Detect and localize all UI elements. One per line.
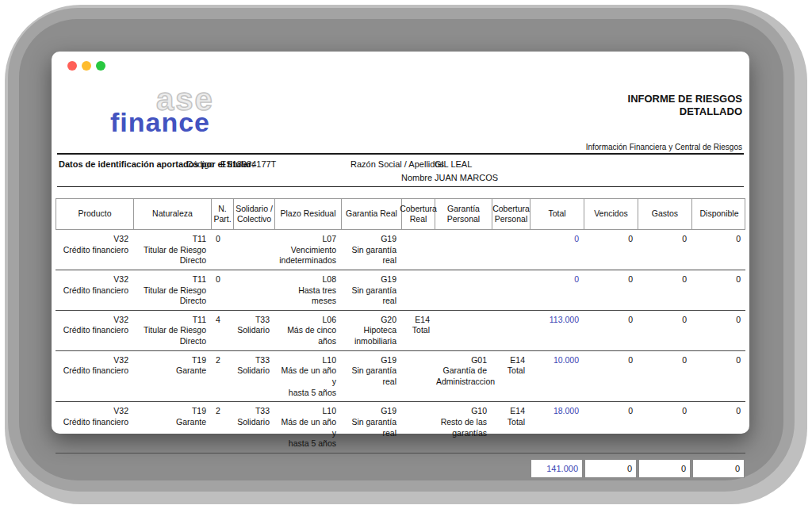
table-cell: T11 Titular de Riesgo Directo [133,230,211,270]
total-box: 0 [584,459,637,478]
minimize-button[interactable] [82,61,91,71]
table-cell: V32 Crédito financiero [56,311,133,350]
table-cell [233,270,274,310]
column-header: Cobertura Real [402,199,435,229]
identification-divider [57,186,744,187]
table-cell: T19 Garante [133,402,211,453]
table-cell: L10 Más de un año y hasta 5 años [274,402,341,453]
table-cell: 0 [691,230,745,270]
table-cell: 0 [638,402,691,453]
table-cell: 0 [691,270,745,310]
table-cell: 2 [211,402,233,453]
table-cell: 0 [584,270,638,310]
report-window: ase finance INFORME DE RIESGOS DETALLADO… [52,52,749,434]
razon-social-label: Razón Social / Apellidos [350,159,444,169]
table-row: V32 Crédito financieroT19 Garante2T33 So… [56,402,745,454]
logo-text-finance: finance [110,107,210,138]
table-cell: L06 Más de cinco años [274,311,341,350]
risk-table-body: V32 Crédito financieroT11 Titular de Rie… [56,230,745,454]
table-cell: 0 [211,230,233,270]
total-box: 0 [638,459,691,478]
table-cell [435,311,492,350]
table-cell: T11 Titular de Riesgo Directo [133,311,211,350]
table-cell: G19 Sin garantía real [341,230,401,270]
table-cell: 0 [584,351,638,402]
table-cell: G19 Sin garantía real [341,270,401,310]
column-header: Solidario / Colectivo [234,199,275,229]
table-cell: T11 Titular de Riesgo Directo [133,270,211,310]
report-title-line1: INFORME DE RIESGOS [628,93,742,105]
table-cell [233,230,274,270]
table-cell: 0 [584,402,638,453]
nombre-label: Nombre [401,173,432,182]
table-cell: 0 [211,270,233,310]
column-header: Garantía Personal [435,199,492,229]
table-cell: E14 Total [492,351,530,402]
table-cell [401,351,435,402]
column-header: Producto [56,199,134,229]
table-row: V32 Crédito financieroT19 Garante2T33 So… [56,351,745,403]
table-cell: 10.000 [530,351,584,402]
ase-finance-logo: ase finance [110,80,301,153]
table-cell [401,230,435,270]
table-cell: 0 [584,230,638,270]
report-document: ase finance INFORME DE RIESGOS DETALLADO… [52,78,749,478]
table-cell: L08 Hasta tres meses [274,270,341,310]
table-cell: V32 Crédito financiero [56,351,133,402]
column-header: N. Part. [212,199,234,229]
table-cell: G10 Resto de las garantías [435,402,492,453]
table-cell: 0 [638,311,691,350]
table-cell: 0 [530,230,584,270]
table-cell: L07 Vencimiento indeterminados [274,230,341,270]
table-cell: E14 Total [492,402,530,453]
total-box: 141.000 [530,459,583,478]
totals-row: 141.000000 [56,459,745,478]
table-cell: 113.000 [530,311,584,350]
table-cell: 2 [211,351,233,402]
table-row: V32 Crédito financieroT11 Titular de Rie… [56,230,745,270]
table-cell [401,270,435,310]
table-cell [435,230,492,270]
table-cell: 0 [638,270,691,310]
codigo-label: Código [186,159,214,169]
table-cell: V32 Crédito financiero [56,402,133,453]
column-header: Total [530,199,584,229]
table-cell: T33 Solidario [233,351,274,402]
table-cell: 0 [638,230,691,270]
table-cell: 18.000 [530,402,584,453]
total-box: 0 [692,459,745,478]
table-cell: L10 Más de un año y hasta 5 años [274,351,341,402]
table-cell [401,402,435,453]
close-button[interactable] [67,61,77,71]
table-cell: G19 Sin garantía real [341,351,401,402]
zoom-button[interactable] [96,61,105,71]
razon-social-value: GIL LEAL [435,159,472,169]
column-header: Cobertura Personal [492,199,530,229]
column-header: Garantia Real [342,199,402,229]
column-header: Disponible [692,199,746,229]
table-cell: T19 Garante [133,351,211,402]
table-cell: V32 Crédito financiero [56,270,133,310]
table-cell [492,270,530,310]
table-cell: 0 [530,270,584,310]
table-cell: V32 Crédito financiero [56,230,133,270]
column-header: Vencidos [584,199,638,229]
table-cell: 0 [691,351,745,402]
column-header: Plazo Residual [275,199,342,229]
table-cell: G01 Garantía de Administraccion [435,351,492,402]
column-header: Gastos [638,199,692,229]
table-cell: G20 Hipoteca inmobiliaria [341,311,401,350]
window-titlebar [52,52,749,78]
table-cell [492,230,530,270]
table-cell: T33 Solidario [233,402,274,453]
table-cell [435,270,492,310]
column-header: Naturaleza [134,199,212,229]
report-subtitle: Información Financiera y Central de Ries… [586,143,742,151]
identification-section: Datos de identificación aportados por el… [56,155,745,186]
table-cell [492,311,530,350]
codigo-value: ES18984177T [220,159,276,169]
nombre-value: JUAN MARCOS [435,173,498,182]
table-cell: T33 Solidario [233,311,274,350]
table-cell: 0 [691,402,745,453]
table-cell: 0 [691,311,745,350]
